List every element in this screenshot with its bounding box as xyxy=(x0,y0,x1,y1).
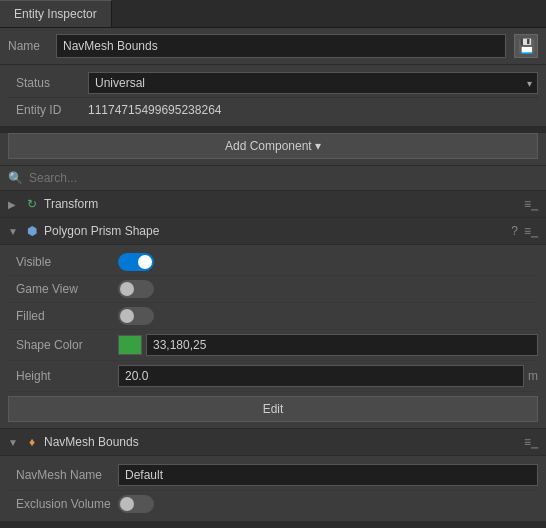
filled-value xyxy=(118,307,538,325)
transform-menu-icon[interactable]: ≡⎯ xyxy=(524,197,538,211)
navmesh-bounds-menu-icon[interactable]: ≡⎯ xyxy=(524,435,538,449)
add-component-wrapper: Add Component ▾ xyxy=(0,133,546,166)
polygon-prism-body: Visible Game View Filled xyxy=(0,245,546,429)
search-icon: 🔍 xyxy=(8,171,23,185)
height-input[interactable] xyxy=(118,365,524,387)
transform-section-header: ▶ ↻ Transform ≡⎯ xyxy=(0,191,546,218)
visible-label: Visible xyxy=(8,255,118,269)
tab-label: Entity Inspector xyxy=(14,7,97,21)
polygon-prism-header: ▼ ⬢ Polygon Prism Shape ? ≡⎯ xyxy=(0,218,546,245)
name-label: Name xyxy=(8,39,48,53)
filled-row: Filled xyxy=(8,303,538,330)
exclusion-volume-value xyxy=(118,495,538,513)
exclusion-volume-label: Exclusion Volume xyxy=(8,497,118,511)
visible-row: Visible xyxy=(8,249,538,276)
entity-id-value: 11174715499695238264 xyxy=(88,101,221,119)
navmesh-bounds-title: NavMesh Bounds xyxy=(44,435,520,449)
shape-color-value xyxy=(118,334,538,356)
navmesh-bounds-body: NavMesh Name Exclusion Volume xyxy=(0,456,546,522)
transform-arrow[interactable]: ▶ xyxy=(8,199,20,210)
game-view-row: Game View xyxy=(8,276,538,303)
transform-icon: ↻ xyxy=(24,196,40,212)
shape-color-input[interactable] xyxy=(146,334,538,356)
entity-id-label: Entity ID xyxy=(8,103,88,117)
height-unit: m xyxy=(528,369,538,383)
polygon-prism-help-icon[interactable]: ? xyxy=(511,224,518,238)
visible-toggle[interactable] xyxy=(118,253,154,271)
game-view-label: Game View xyxy=(8,282,118,296)
status-row: Status Universal Local Remote xyxy=(8,69,538,98)
entity-inspector-tab[interactable]: Entity Inspector xyxy=(0,0,112,27)
exclusion-volume-row: Exclusion Volume xyxy=(8,491,538,517)
tab-bar: Entity Inspector xyxy=(0,0,546,28)
height-value: m xyxy=(118,365,538,387)
add-component-button[interactable]: Add Component ▾ xyxy=(8,133,538,159)
height-label: Height xyxy=(8,369,118,383)
name-input[interactable] xyxy=(56,34,506,58)
navmesh-bounds-arrow[interactable]: ▼ xyxy=(8,437,20,448)
info-table: Status Universal Local Remote Entity ID … xyxy=(0,65,546,127)
polygon-prism-title: Polygon Prism Shape xyxy=(44,224,507,238)
search-input[interactable] xyxy=(29,171,538,185)
navmesh-bounds-icon: ♦ xyxy=(24,434,40,450)
name-row: Name 💾 xyxy=(0,28,546,65)
visible-value xyxy=(118,253,538,271)
save-button[interactable]: 💾 xyxy=(514,34,538,58)
shape-color-label: Shape Color xyxy=(8,338,118,352)
shape-color-swatch[interactable] xyxy=(118,335,142,355)
status-label: Status xyxy=(8,76,88,90)
status-select-wrapper: Universal Local Remote xyxy=(88,72,538,94)
shape-color-row: Shape Color xyxy=(8,330,538,361)
navmesh-name-input[interactable] xyxy=(118,464,538,486)
game-view-toggle[interactable] xyxy=(118,280,154,298)
polygon-prism-section: ▼ ⬢ Polygon Prism Shape ? ≡⎯ Visible Gam… xyxy=(0,218,546,429)
status-select[interactable]: Universal Local Remote xyxy=(88,72,538,94)
game-view-value xyxy=(118,280,538,298)
edit-button[interactable]: Edit xyxy=(8,396,538,422)
navmesh-bounds-section: ▼ ♦ NavMesh Bounds ≡⎯ NavMesh Name Exclu… xyxy=(0,429,546,522)
polygon-prism-icon: ⬢ xyxy=(24,223,40,239)
transform-title: Transform xyxy=(44,197,520,211)
navmesh-name-label: NavMesh Name xyxy=(8,468,118,482)
navmesh-bounds-header: ▼ ♦ NavMesh Bounds ≡⎯ xyxy=(0,429,546,456)
navmesh-name-value xyxy=(118,464,538,486)
navmesh-name-row: NavMesh Name xyxy=(8,460,538,491)
search-bar: 🔍 xyxy=(0,166,546,191)
save-icon: 💾 xyxy=(518,38,535,54)
filled-toggle[interactable] xyxy=(118,307,154,325)
height-row: Height m xyxy=(8,361,538,392)
exclusion-volume-toggle[interactable] xyxy=(118,495,154,513)
filled-label: Filled xyxy=(8,309,118,323)
entity-id-row: Entity ID 11174715499695238264 xyxy=(8,98,538,122)
transform-section: ▶ ↻ Transform ≡⎯ xyxy=(0,191,546,218)
polygon-prism-arrow[interactable]: ▼ xyxy=(8,226,20,237)
polygon-prism-menu-icon[interactable]: ≡⎯ xyxy=(524,224,538,238)
